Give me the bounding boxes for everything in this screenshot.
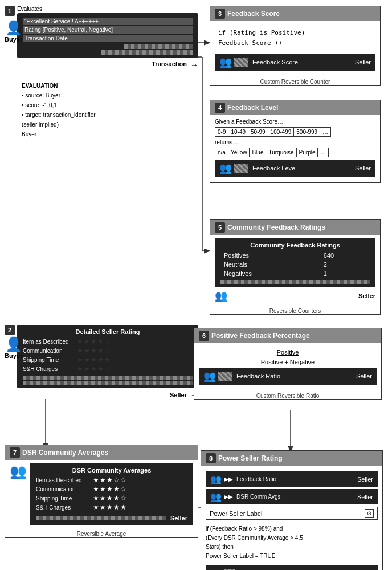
dsr-stars-3: ★★★★★ xyxy=(93,503,127,511)
section-2: 2 Detailed Seller Rating Item as Describ… xyxy=(5,325,198,400)
section-1-number: 1 xyxy=(5,6,15,16)
section-2-number: 2 xyxy=(5,325,15,335)
section-4-header: 4 Feedback Level xyxy=(210,100,380,115)
range-0: 0-9 xyxy=(215,128,228,137)
community-row-2-value: 1 xyxy=(320,269,370,278)
section-3-header: 3 Feedback Score xyxy=(210,6,380,21)
buyer-label-2: Buyer xyxy=(5,352,22,359)
stars-0: ★★★★☆ xyxy=(77,337,111,345)
fraction-denominator: Positive + Negative xyxy=(261,359,315,365)
feedback-score-code: if (Rating is Positive) Feedback Score +… xyxy=(215,25,375,51)
eval-line5: Buyer xyxy=(22,129,198,139)
transaction-item-1: "Excellent Service!! A++++++" xyxy=(23,18,193,25)
power-seller-icon: ⊙ xyxy=(365,509,374,518)
store-icon-8b: 👥 xyxy=(210,491,222,502)
dsr-table-header: DSR Community Averages xyxy=(36,467,187,474)
evaluation-box: EVALUATION • source: Buyer • score: -1,0… xyxy=(22,81,198,139)
evaluation-title: EVALUATION xyxy=(22,81,198,91)
section-5: 5 Community Feedback Ratings Community F… xyxy=(210,219,381,315)
range-1: 10-49 xyxy=(228,128,248,137)
community-row-1-label: Neutrals xyxy=(220,260,320,269)
power-seller-code: if (Feedback Ratio > 98%) and (Every DSR… xyxy=(206,522,378,563)
evaluates-label: Evaluates xyxy=(17,6,198,12)
ps-code-line1: if (Feedback Ratio > 98%) and xyxy=(206,524,378,534)
level-3: Turquoise xyxy=(266,148,296,157)
section-6-caption: Custom Reversible Ratio xyxy=(194,393,381,399)
store-label-6: Feedback Ratio xyxy=(236,373,280,380)
ps-code-line2: (Every DSR Community Average > 4.5 xyxy=(206,534,378,543)
section-3-number: 3 xyxy=(215,9,225,19)
stars-2: ★★★★★ xyxy=(77,356,111,364)
ranges-table: 0-9 10-49 50-99 100-499 500-999 … xyxy=(215,127,331,137)
store-icon-6: 👥 xyxy=(203,370,216,382)
section-7: 7 DSR Community Averages 👥 DSR Community… xyxy=(5,445,198,538)
detail-row-1: Communication ★★★★☆ xyxy=(23,347,193,355)
range-5: … xyxy=(320,128,331,137)
section-7-header: 7 DSR Community Averages xyxy=(5,445,198,460)
transaction-label: Transaction xyxy=(152,60,187,70)
seller-label-7: Seller xyxy=(170,515,187,522)
community-table-header: Community Feedback Ratings xyxy=(220,242,370,249)
dsr-stars-0: ★★★☆☆ xyxy=(93,476,127,484)
section-8-header: 8 Power Seller Rating xyxy=(201,451,382,466)
dsr-row-0: Item as Described ★★★☆☆ xyxy=(36,476,187,484)
power-seller-label: Power Seller Label xyxy=(210,510,262,517)
section-5-header: 5 Community Feedback Ratings xyxy=(210,220,380,235)
section-1: 1 Evaluates "Excellent Service!! A++++++… xyxy=(5,6,198,139)
eval-line4: (seller implied) xyxy=(22,120,198,129)
seller-label-2: Seller xyxy=(170,392,187,398)
section-4-number: 4 xyxy=(215,103,225,113)
feedback-ratio-store: 👥 Feedback Ratio Seller xyxy=(199,368,377,385)
community-ratings-table: Positives 640 Neutrals 2 Negatives 1 xyxy=(220,251,370,278)
section-7-number: 7 xyxy=(10,447,20,458)
section-6: 6 Positive Feedback Percentage Positive … xyxy=(194,328,382,400)
level-1: Yellow xyxy=(228,148,250,157)
section-8-content: 👥 ▶▶ Feedback Ratio Seller 👥 ▶▶ DSR Comm… xyxy=(201,466,382,570)
section-3-caption: Custom Reversible Counter xyxy=(210,79,380,85)
seller-label-3: Seller xyxy=(355,59,371,66)
section-7-caption: Reversible Average xyxy=(5,531,198,537)
transaction-item-3: Transaction Date xyxy=(23,35,193,42)
eval-line1: • source: Buyer xyxy=(22,91,198,100)
dsr-stars-1: ★★★★☆ xyxy=(93,485,127,493)
range-2: 50-99 xyxy=(248,128,268,137)
level-5: … xyxy=(318,148,329,157)
store-label-8b-text: DSR Comm Avgs xyxy=(236,494,281,500)
detail-row-3: S&H Charges ★★★★☆ xyxy=(23,365,193,373)
community-row-2-label: Negatives xyxy=(220,269,320,278)
dsr-stars-2: ★★★★☆ xyxy=(93,494,127,502)
seller-label-5: Seller xyxy=(358,292,375,299)
store-label-8b: ▶▶ xyxy=(224,494,233,500)
store-icon-3: 👥 xyxy=(219,56,232,68)
store-icon-5: 👥 xyxy=(215,290,227,302)
power-store-1: 👥 ▶▶ Feedback Ratio Seller xyxy=(206,471,378,487)
dsr-row-1: Communication ★★★★☆ xyxy=(36,485,187,493)
section-3-content: if (Rating is Positive) Feedback Score +… xyxy=(210,21,380,76)
seller-label-6: Seller xyxy=(356,373,372,380)
store-label-3: Feedback Score xyxy=(252,59,298,66)
section-8: 8 Power Seller Rating 👥 ▶▶ Feedback Rati… xyxy=(201,450,383,570)
feedback-level-store: 👥 Feedback Level Seller xyxy=(215,160,375,177)
power-store-3: 👥 Power Seller Seller xyxy=(206,565,378,570)
code-line2: Feedback Score ++ xyxy=(218,38,372,48)
section-4-content: Given a Feedback Score… 0-9 10-49 50-99 … xyxy=(210,115,380,182)
code-line1: if (Rating is Positive) xyxy=(218,28,372,38)
section-7-content: 👥 DSR Community Averages Item as Describ… xyxy=(5,460,198,528)
section-3: 3 Feedback Score if (Rating is Positive)… xyxy=(210,6,381,85)
eval-line2: • score: -1,0,1 xyxy=(22,100,198,110)
store-icon-8a: 👥 xyxy=(210,474,222,484)
section-6-content: Positive Positive + Negative 👥 Feedback … xyxy=(194,343,381,390)
store-label-8a-text: Feedback Ratio xyxy=(236,476,276,482)
transaction-box: "Excellent Service!! A++++++" Rating [Po… xyxy=(17,13,198,58)
eval-line3: • target: transaction_identifier xyxy=(22,110,198,120)
power-store-2: 👥 ▶▶ DSR Comm Avgs Seller xyxy=(206,489,378,504)
level-2: Blue xyxy=(250,148,266,157)
seller-label-8a: Seller xyxy=(357,476,373,483)
section-6-number: 6 xyxy=(199,331,209,341)
buyer-icon-1: 👤 xyxy=(5,20,22,36)
dsr-row-2: Shipping Time ★★★★☆ xyxy=(36,494,187,502)
stars-1: ★★★★☆ xyxy=(77,347,111,355)
detail-row-0: Item as Described ★★★★☆ xyxy=(23,337,193,345)
section-5-number: 5 xyxy=(215,222,225,233)
given-label: Given a Feedback Score… xyxy=(215,119,375,125)
